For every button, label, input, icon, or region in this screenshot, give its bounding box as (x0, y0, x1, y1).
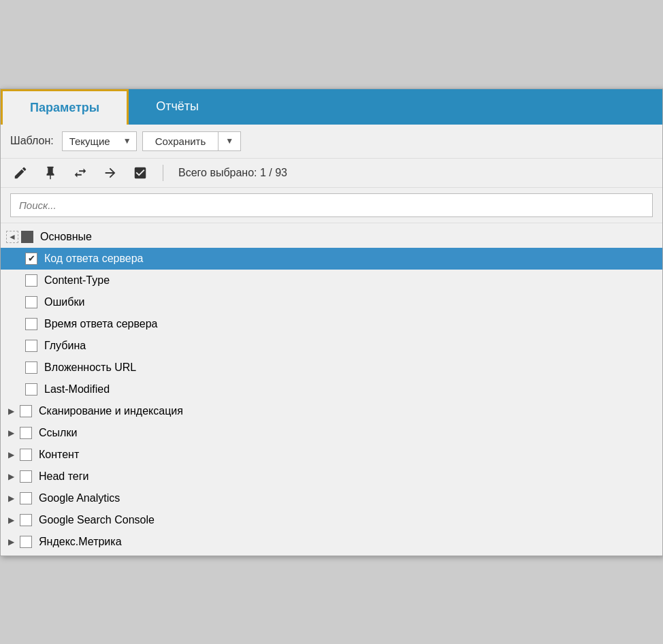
group-google-analytics-label: Google Analytics (39, 492, 120, 504)
item-response-time-label: Время ответа сервера (44, 318, 157, 330)
item-depth-label: Глубина (44, 340, 86, 352)
template-label: Шаблон: (10, 135, 54, 147)
item-server-code[interactable]: ✔ Код ответа сервера (1, 248, 662, 270)
checkbox-server-code[interactable]: ✔ (25, 253, 37, 265)
checkbox-url-nesting[interactable] (25, 361, 37, 374)
search-row (1, 188, 662, 223)
item-errors-label: Ошибки (44, 296, 84, 308)
checkbox-content[interactable] (20, 449, 32, 461)
save-dropdown-button[interactable]: ▼ (219, 132, 240, 150)
item-url-nesting[interactable]: Вложенность URL (1, 357, 662, 379)
toolbar-divider (163, 165, 163, 181)
tab-params[interactable]: Параметры (1, 89, 129, 125)
group-head-tags-label: Head теги (39, 470, 89, 483)
tab-reports[interactable]: Отчёты (129, 89, 226, 125)
edit-button[interactable] (10, 164, 31, 182)
swap-button[interactable] (70, 164, 91, 182)
item-content-type-label: Content-Type (44, 274, 110, 287)
checkbox-osnovnye[interactable] (21, 231, 33, 243)
expand-osnovnye-btn[interactable]: ◄ (6, 231, 18, 243)
group-crawling[interactable]: ▶ Сканирование и индексация (1, 400, 662, 422)
expand-google-search-console-btn[interactable]: ▶ (6, 514, 16, 526)
group-google-search-console-label: Google Search Console (39, 514, 155, 526)
expand-content-btn[interactable]: ▶ (6, 449, 16, 461)
save-group: Сохранить ▼ (142, 131, 241, 151)
expand-yandex-metrika-btn[interactable]: ▶ (6, 536, 16, 548)
forward-button[interactable] (100, 164, 120, 182)
group-head-tags[interactable]: ▶ Head теги (1, 466, 662, 487)
selected-count: Всего выбрано: 1 / 93 (178, 167, 287, 179)
group-links-label: Ссылки (39, 427, 77, 439)
checkbox-head-tags[interactable] (20, 470, 32, 483)
tab-bar: Параметры Отчёты (1, 89, 662, 125)
checkbox-last-modified[interactable] (25, 383, 37, 396)
item-content-type[interactable]: Content-Type (1, 270, 662, 291)
checkbox-content-type[interactable] (25, 274, 37, 287)
save-button[interactable]: Сохранить (143, 132, 219, 150)
check-all-button[interactable] (130, 164, 150, 182)
group-osnovnye[interactable]: ◄ Основные (1, 226, 662, 248)
item-last-modified-label: Last-Modified (44, 383, 110, 396)
group-content[interactable]: ▶ Контент (1, 444, 662, 466)
item-last-modified[interactable]: Last-Modified (1, 379, 662, 400)
expand-google-analytics-btn[interactable]: ▶ (6, 492, 16, 504)
expand-head-tags-btn[interactable]: ▶ (6, 470, 16, 483)
checkbox-errors[interactable] (25, 296, 37, 308)
group-crawling-label: Сканирование и индексация (39, 405, 183, 417)
checkbox-links[interactable] (20, 427, 32, 439)
group-yandex-metrika[interactable]: ▶ Яндекс.Метрика (1, 531, 662, 553)
expand-links-btn[interactable]: ▶ (6, 427, 16, 439)
checkbox-depth[interactable] (25, 340, 37, 352)
main-window: Параметры Отчёты Шаблон: Текущие ▼ Сохра… (0, 88, 663, 556)
tree-list: ◄ Основные ✔ Код ответа сервера Content-… (1, 223, 662, 556)
template-select[interactable]: Текущие (62, 131, 137, 151)
item-server-code-label: Код ответа сервера (44, 253, 144, 265)
template-select-wrapper: Текущие ▼ (62, 131, 137, 151)
item-errors[interactable]: Ошибки (1, 291, 662, 313)
group-google-search-console[interactable]: ▶ Google Search Console (1, 509, 662, 531)
group-osnovnye-label: Основные (40, 231, 92, 243)
checkbox-crawling[interactable] (20, 405, 32, 417)
item-url-nesting-label: Вложенность URL (44, 361, 136, 374)
checkbox-response-time[interactable] (25, 318, 37, 330)
expand-crawling-btn[interactable]: ▶ (6, 405, 16, 417)
group-yandex-metrika-label: Яндекс.Метрика (39, 536, 122, 548)
toolbar-row: Шаблон: Текущие ▼ Сохранить ▼ (1, 125, 662, 159)
item-response-time[interactable]: Время ответа сервера (1, 313, 662, 335)
pin-button[interactable] (40, 164, 61, 182)
icon-toolbar: Всего выбрано: 1 / 93 (1, 159, 662, 188)
group-content-label: Контент (39, 449, 79, 461)
checkbox-google-search-console[interactable] (20, 514, 32, 526)
search-input[interactable] (10, 193, 653, 217)
checkbox-google-analytics[interactable] (20, 492, 32, 504)
group-google-analytics[interactable]: ▶ Google Analytics (1, 487, 662, 509)
item-depth[interactable]: Глубина (1, 335, 662, 357)
checkbox-yandex-metrika[interactable] (20, 536, 32, 548)
group-links[interactable]: ▶ Ссылки (1, 422, 662, 444)
